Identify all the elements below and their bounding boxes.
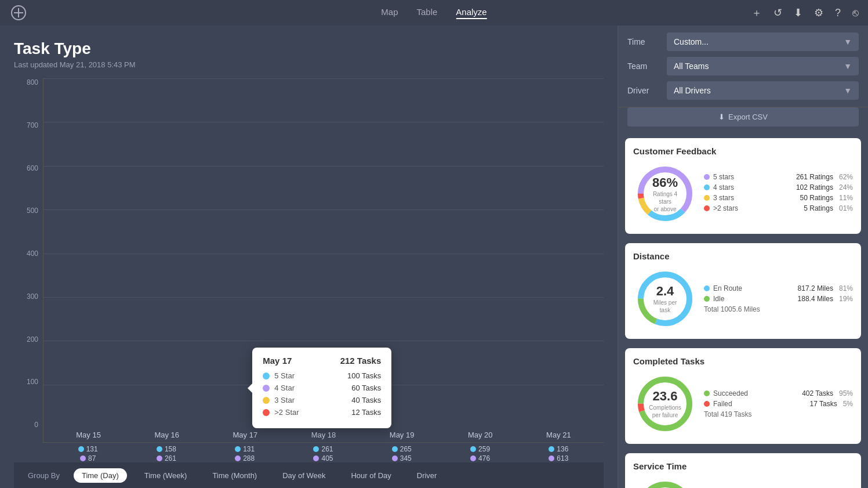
y-label-400: 400 xyxy=(27,250,38,258)
x-label-may18: May 18 xyxy=(284,431,362,442)
legend-val-15-purple: 87 xyxy=(88,454,96,462)
download-icon[interactable]: ⬇ xyxy=(794,6,802,19)
nav-map[interactable]: Map xyxy=(381,7,398,19)
y-label-0: 0 xyxy=(34,421,38,429)
distance-total: Total 1005.6 Miles xyxy=(704,305,853,313)
legend-val-21-purple: 613 xyxy=(557,454,568,462)
x-label-may20: May 20 xyxy=(441,431,520,442)
time-dropdown-arrow: ▼ xyxy=(844,37,852,46)
nav-links: Map Table Analyze xyxy=(381,7,486,19)
completed-tasks-title: Completed Tasks xyxy=(633,356,853,366)
tasks-succeeded: Succeeded 402 Tasks 95% xyxy=(704,389,853,397)
distance-card: Distance 2.4 Miles pertask xyxy=(625,243,861,339)
customer-feedback-donut: 86% Ratings 4 starsor above xyxy=(633,162,697,226)
legend-val-17-purple: 288 xyxy=(243,454,255,462)
tooltip-title: May 17 212 Tasks xyxy=(263,356,381,366)
x-label-may21: May 21 xyxy=(520,431,598,442)
chart-container: 800 700 600 500 400 300 200 100 0 xyxy=(14,78,604,462)
completed-tasks-donut: 23.6 Completionsper failure xyxy=(633,372,697,436)
main-content: Task Type Last updated May 21, 2018 5:43… xyxy=(0,26,868,488)
driver-filter-row: Driver All Drivers ▼ xyxy=(627,81,859,100)
driver-dropdown-arrow: ▼ xyxy=(844,86,852,95)
tooltip-row-2star: >2 Star 12 Tasks xyxy=(263,408,381,417)
legend-val-18-purple: 405 xyxy=(321,454,333,462)
team-filter-select[interactable]: All Teams ▼ xyxy=(667,57,859,75)
legend-val-15-blue: 131 xyxy=(86,445,98,453)
time-filter-select[interactable]: Custom... ▼ xyxy=(667,32,859,51)
team-filter-row: Team All Teams ▼ xyxy=(627,57,859,75)
export-icon: ⬇ xyxy=(718,113,725,121)
page-title: Task Type xyxy=(14,39,604,58)
group-by-label: Group By xyxy=(28,471,60,480)
customer-feedback-card: Customer Feedback xyxy=(625,138,861,234)
distance-title: Distance xyxy=(633,251,853,261)
distance-enroute: En Route 817.2 Miles 81% xyxy=(704,284,853,292)
distance-donut: 2.4 Miles pertask xyxy=(633,267,697,331)
service-time-donut: 4 Minutes pertask xyxy=(633,477,697,488)
distance-legend: En Route 817.2 Miles 81% Idle 188.4 Mile… xyxy=(704,284,853,313)
x-label-may17: May 17 xyxy=(206,431,284,442)
legend-val-21-blue: 136 xyxy=(557,445,568,453)
top-nav: Map Table Analyze ＋ ↺ ⬇ ⚙ ? ⎋ xyxy=(0,0,868,26)
tooltip-arrow xyxy=(248,384,252,393)
nav-analyze[interactable]: Analyze xyxy=(456,7,486,19)
donut-sub: Ratings 4 starsor above xyxy=(649,190,681,213)
add-icon[interactable]: ＋ xyxy=(751,6,762,20)
completed-tasks-total: Total 419 Tasks xyxy=(704,410,853,418)
service-time-card: Service Time 4 Minutes pertask xyxy=(625,453,861,488)
logout-icon[interactable]: ⎋ xyxy=(852,7,859,19)
legend-val-17-blue: 131 xyxy=(243,445,255,453)
distance-idle: Idle 188.4 Miles 19% xyxy=(704,295,853,303)
completed-tasks-legend: Succeeded 402 Tasks 95% Failed 17 Tasks … xyxy=(704,389,853,418)
legend-val-19-blue: 265 xyxy=(400,445,412,453)
refresh-icon[interactable]: ↺ xyxy=(773,6,782,19)
x-label-may15: May 15 xyxy=(49,431,128,442)
service-time-title: Service Time xyxy=(633,461,853,471)
group-btn-time-day[interactable]: Time (Day) xyxy=(74,468,127,483)
chart-area: Task Type Last updated May 21, 2018 5:43… xyxy=(0,26,618,488)
settings-icon[interactable]: ⚙ xyxy=(814,6,823,19)
legend-val-16-blue: 158 xyxy=(165,445,176,453)
logo-icon[interactable] xyxy=(9,3,28,22)
export-csv-button[interactable]: ⬇ Export CSV xyxy=(627,107,859,126)
time-filter-row: Time Custom... ▼ xyxy=(627,32,859,51)
group-btn-hour-of-day[interactable]: Hour of Day xyxy=(343,468,399,483)
legend-val-19-purple: 345 xyxy=(400,454,412,462)
feedback-3stars: 3 stars 50 Ratings 11% xyxy=(704,194,853,202)
chart-inner: 800 700 600 500 400 300 200 100 0 xyxy=(14,78,604,443)
help-icon[interactable]: ? xyxy=(835,7,841,19)
x-label-may16: May 16 xyxy=(128,431,206,442)
nav-icons: ＋ ↺ ⬇ ⚙ ? ⎋ xyxy=(751,6,859,20)
customer-feedback-donut-label: 86% Ratings 4 starsor above xyxy=(649,175,681,213)
team-filter-label: Team xyxy=(627,62,662,71)
y-label-500: 500 xyxy=(27,207,38,215)
sidebar-filters: Time Custom... ▼ Team All Teams ▼ Driver… xyxy=(618,26,868,107)
y-label-100: 100 xyxy=(27,378,38,386)
y-label-300: 300 xyxy=(27,292,38,301)
completed-tasks-card: Completed Tasks 23.6 Completionsper fail… xyxy=(625,348,861,444)
tasks-failed: Failed 17 Tasks 5% xyxy=(704,400,853,408)
group-btn-driver[interactable]: Driver xyxy=(409,468,445,483)
feedback-4stars: 4 stars 102 Ratings 24% xyxy=(704,183,853,191)
tooltip-row-5star: 5 Star 100 Tasks xyxy=(263,371,381,380)
legend-val-18-blue: 261 xyxy=(321,445,333,453)
group-btn-time-month[interactable]: Time (Month) xyxy=(204,468,265,483)
customer-feedback-title: Customer Feedback xyxy=(633,146,853,156)
distance-donut-label: 2.4 Miles pertask xyxy=(653,284,677,314)
y-label-200: 200 xyxy=(27,335,38,344)
customer-feedback-body: 86% Ratings 4 starsor above 5 stars 261 … xyxy=(633,162,853,226)
driver-filter-select[interactable]: All Drivers ▼ xyxy=(667,81,859,100)
chart-subtitle: Last updated May 21, 2018 5:43 PM xyxy=(14,60,604,69)
group-btn-day-of-week[interactable]: Day of Week xyxy=(274,468,333,483)
x-label-may19: May 19 xyxy=(363,431,441,442)
team-dropdown-arrow: ▼ xyxy=(844,62,852,71)
group-btn-time-week[interactable]: Time (Week) xyxy=(136,468,195,483)
customer-feedback-legend: 5 stars 261 Ratings 62% 4 stars 102 Rati… xyxy=(704,173,853,215)
tooltip: May 17 212 Tasks 5 Star 100 Tasks xyxy=(252,348,391,428)
driver-filter-label: Driver xyxy=(627,86,662,95)
nav-table[interactable]: Table xyxy=(416,7,437,19)
time-filter-label: Time xyxy=(627,37,662,46)
service-time-body: 4 Minutes pertask 1-5 Min 351 Tasks 84% … xyxy=(633,477,853,488)
distance-body: 2.4 Miles pertask En Route 817.2 Miles 8… xyxy=(633,267,853,331)
y-label-600: 600 xyxy=(27,164,38,172)
